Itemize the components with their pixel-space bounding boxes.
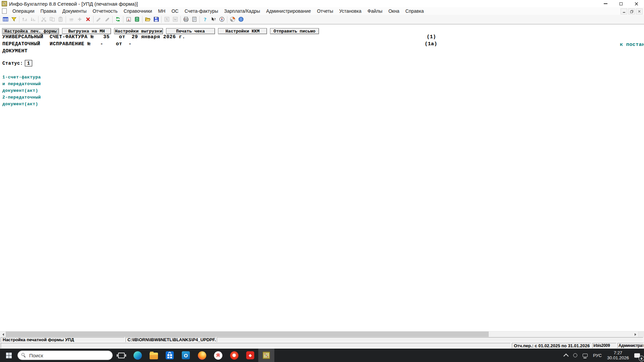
correction-line: ПЕРЕДАТОЧНЫЙ ИСПРАВЛЕНИЕ № - от - (2, 41, 131, 47)
toolbar-separator (161, 16, 162, 23)
sign-icon (95, 15, 103, 23)
menu-item-4[interactable]: Отчетность (90, 7, 121, 15)
firefox-icon[interactable] (194, 349, 210, 362)
taskbar: Поиск РУС 7:27 30.01.2026 9 (0, 349, 644, 362)
help-icon[interactable] (201, 15, 209, 23)
menu-item-8[interactable]: Счета-фактуры (181, 7, 221, 15)
form-tab-4[interactable]: Печать чека (166, 28, 215, 34)
clock-date: 30.01.2026 (607, 355, 629, 360)
status-value-field[interactable]: 1 (25, 60, 32, 66)
sync-tray-icon[interactable] (571, 349, 580, 362)
yandex-icon[interactable] (210, 349, 226, 362)
window-close-button[interactable] (629, 0, 644, 7)
scroll-right-button[interactable] (633, 331, 638, 337)
mdi-system-icon[interactable] (2, 8, 7, 14)
info-buhgalter-taskbar-icon[interactable] (258, 349, 274, 362)
outlook-icon-art (182, 351, 190, 359)
session-status-bar: Отч.пер.: с 01.02.2025 по 31.01.2026 irb… (0, 343, 644, 349)
language-label: РУС (593, 353, 602, 358)
app-icon (2, 1, 7, 6)
context-help-icon[interactable] (209, 15, 218, 23)
status-panel-period: Отч.пер.: с 01.02.2025 по 31.01.2026 (512, 343, 591, 348)
form-tab-1[interactable]: Настройка печ. формы (2, 28, 59, 34)
menu-item-13[interactable]: Файлы (365, 7, 385, 15)
save-icon[interactable] (152, 15, 160, 23)
status-panel-form-name: Настройка печатной формы УПД (1, 337, 125, 342)
menu-item-11[interactable]: Отчеты (314, 7, 336, 15)
language-indicator[interactable]: РУС (590, 349, 604, 362)
outlook-icon[interactable] (178, 349, 194, 362)
doc-note-4: 2-передаточный (2, 94, 41, 101)
menu-bar: ОперацииПравкаДокументыОтчетностьСправоч… (0, 7, 644, 15)
scroll-left-button[interactable] (0, 331, 6, 337)
menu-item-7[interactable]: ОС (168, 7, 181, 15)
form-tab-2[interactable]: Выгрузка на МН (62, 28, 111, 34)
horizontal-scroll-thumb[interactable] (6, 331, 489, 337)
yandex-browser-icon[interactable] (226, 349, 242, 362)
document-line: ДОКУМЕНТ (2, 48, 28, 54)
menu-item-1[interactable]: Операции (9, 7, 38, 15)
form-tab-5[interactable]: Настройки ККМ (218, 28, 267, 34)
red-app-icon-art (246, 351, 254, 359)
clipped-right-note: к постано (620, 42, 644, 48)
menu-item-14[interactable]: Окна (385, 7, 402, 15)
start-button[interactable] (0, 349, 17, 362)
menu-item-5[interactable]: Справочники (121, 7, 155, 15)
doc-note-3: документ(акт) (2, 87, 41, 94)
menu-item-6[interactable]: МН (155, 7, 168, 15)
mdi-minimize-button[interactable] (621, 8, 627, 14)
calendar-icon[interactable] (124, 15, 133, 23)
store-icon[interactable] (162, 349, 178, 362)
print-preview-icon[interactable] (190, 15, 199, 23)
window-controls (598, 0, 644, 7)
print-icon[interactable] (182, 15, 190, 23)
status-label: Статус: (2, 61, 23, 66)
sort-desc-icon (29, 15, 37, 23)
edge-icon[interactable] (129, 349, 146, 362)
delete-icon[interactable] (84, 15, 92, 23)
invoice-header-line: УНИВЕРСАЛЬНЫЙ СЧЕТ-ФАКТУРА № 35 от 29 ян… (2, 34, 185, 40)
table-icon[interactable] (1, 15, 10, 23)
screen: Инфо-Бухгалтер 8.8 Сетевой - [УПД (печат… (0, 0, 644, 362)
menu-item-12[interactable]: Установка (336, 7, 364, 15)
taskbar-search[interactable]: Поиск (17, 351, 113, 360)
file-explorer-icon[interactable] (146, 349, 162, 362)
mdi-close-button[interactable] (636, 8, 643, 14)
chevron-up-icon (564, 353, 569, 359)
document-area (0, 24, 644, 331)
horizontal-scrollbar (0, 331, 644, 337)
tray-expand-button[interactable] (561, 349, 571, 362)
task-view-button[interactable] (113, 349, 129, 362)
mdi-restore-button[interactable] (628, 8, 635, 14)
excel-export-icon (163, 15, 171, 23)
open-icon[interactable] (144, 15, 152, 23)
calculator-icon[interactable] (133, 15, 141, 23)
add-icon (75, 15, 84, 23)
yandex-icon-art (214, 351, 222, 360)
scrollbar-corner (638, 331, 644, 337)
mdi-window-controls (621, 8, 643, 14)
browser-icon[interactable] (228, 15, 237, 23)
notification-center-button[interactable]: 9 (632, 349, 644, 362)
refresh-icon[interactable] (114, 15, 122, 23)
menu-item-3[interactable]: Документы (59, 7, 90, 15)
clock[interactable]: 7:27 30.01.2026 (604, 349, 632, 362)
yandex-browser-icon-art (230, 351, 238, 360)
form-tab-3[interactable]: Настройки выгрузки (114, 28, 163, 34)
filter-icon[interactable] (10, 15, 18, 23)
status-panel-role: Администратор (618, 343, 644, 348)
status-panel-empty (217, 337, 643, 342)
menu-item-15[interactable]: Справка (402, 7, 427, 15)
globe-icon[interactable] (237, 15, 245, 23)
menu-item-10[interactable]: Администрирование (263, 7, 314, 15)
menu-item-9[interactable]: Зарплата/Кадры (221, 7, 263, 15)
red-app-icon[interactable] (242, 349, 258, 362)
window-minimize-button[interactable] (598, 0, 613, 7)
doc-note-1: 1-счет-фактура (2, 74, 41, 81)
form-tabs-row: Настройка печ. формыВыгрузка на МННастро… (2, 28, 319, 34)
form-tab-6[interactable]: Отправить письмо (270, 28, 319, 34)
menu-item-2[interactable]: Правка (38, 7, 59, 15)
network-tray-icon[interactable] (580, 349, 590, 362)
window-maximize-button[interactable] (613, 0, 629, 7)
compass-icon[interactable] (218, 15, 226, 23)
